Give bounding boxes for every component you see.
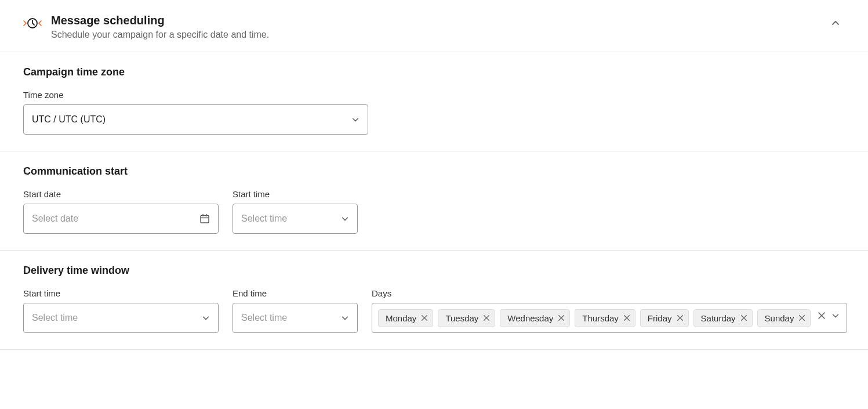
- chevron-up-icon: [831, 19, 840, 28]
- day-tag: Tuesday: [438, 309, 495, 327]
- section-header: Message scheduling Schedule your campaig…: [0, 0, 868, 52]
- start-date-label: Start date: [23, 189, 219, 199]
- chevron-down-icon: [341, 215, 349, 223]
- remove-tag-button[interactable]: [740, 314, 747, 321]
- clear-all-button[interactable]: [818, 312, 826, 320]
- remove-tag-button[interactable]: [421, 314, 428, 321]
- day-tag-label: Thursday: [582, 313, 619, 323]
- day-tag: Friday: [640, 309, 689, 327]
- days-label: Days: [372, 288, 847, 298]
- clock-icon: [23, 16, 42, 30]
- communication-start-title: Communication start: [23, 165, 845, 178]
- header-title: Message scheduling: [51, 14, 826, 27]
- day-tag-label: Monday: [386, 313, 416, 323]
- day-tag-label: Wednesday: [507, 313, 553, 323]
- chevron-down-icon: [831, 312, 840, 320]
- delivery-window-title: Delivery time window: [23, 265, 845, 277]
- delivery-start-time-label: Start time: [23, 288, 219, 298]
- start-date-input[interactable]: Select date: [23, 204, 219, 234]
- day-tag-label: Saturday: [701, 313, 736, 323]
- chevron-down-icon: [351, 115, 359, 124]
- start-date-placeholder: Select date: [32, 213, 78, 224]
- timezone-select[interactable]: UTC / UTC (UTC): [23, 104, 368, 135]
- collapse-button[interactable]: [826, 14, 845, 32]
- day-tag-label: Sunday: [765, 313, 794, 323]
- delivery-window-section: Delivery time window Start time Select t…: [0, 251, 868, 350]
- header-subtitle: Schedule your campaign for a specific da…: [51, 30, 826, 40]
- start-time-select[interactable]: Select time: [233, 204, 358, 234]
- remove-tag-button[interactable]: [798, 314, 805, 321]
- delivery-end-time-select[interactable]: Select time: [233, 303, 358, 333]
- remove-tag-button[interactable]: [483, 314, 490, 321]
- remove-tag-button[interactable]: [558, 314, 565, 321]
- delivery-start-time-placeholder: Select time: [32, 313, 78, 323]
- day-tag-label: Friday: [648, 313, 672, 323]
- calendar-icon: [199, 213, 210, 224]
- day-tag: Saturday: [693, 309, 753, 327]
- day-tag: Sunday: [757, 309, 811, 327]
- chevron-down-icon: [202, 314, 210, 322]
- chevron-down-icon: [341, 314, 349, 322]
- day-tag: Thursday: [575, 309, 635, 327]
- days-multiselect[interactable]: MondayTuesdayWednesdayThursdayFridaySatu…: [372, 303, 847, 333]
- start-time-placeholder: Select time: [241, 213, 287, 224]
- timezone-section: Campaign time zone Time zone UTC / UTC (…: [0, 52, 868, 151]
- timezone-value: UTC / UTC (UTC): [32, 114, 106, 125]
- day-tag: Monday: [378, 309, 433, 327]
- start-time-label: Start time: [233, 189, 358, 199]
- svg-rect-1: [201, 216, 209, 223]
- day-tag-label: Tuesday: [445, 313, 478, 323]
- timezone-label: Time zone: [23, 90, 845, 100]
- delivery-end-time-label: End time: [233, 288, 358, 298]
- remove-tag-button[interactable]: [677, 314, 684, 321]
- delivery-end-time-placeholder: Select time: [241, 313, 287, 323]
- delivery-start-time-select[interactable]: Select time: [23, 303, 219, 333]
- remove-tag-button[interactable]: [623, 314, 630, 321]
- timezone-section-title: Campaign time zone: [23, 66, 845, 78]
- communication-start-section: Communication start Start date Select da…: [0, 151, 868, 251]
- day-tag: Wednesday: [500, 309, 570, 327]
